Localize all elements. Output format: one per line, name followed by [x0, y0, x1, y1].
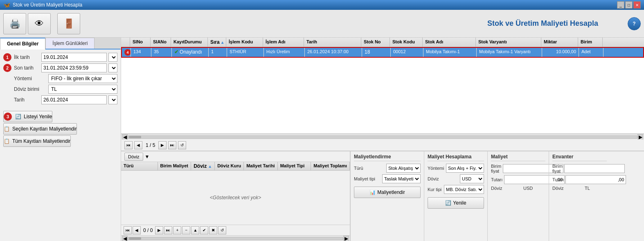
envanter-tutar-input[interactable]: [565, 175, 626, 184]
envanter-birim-row: Birim fiyat: [552, 164, 607, 173]
ilk-tarih-input[interactable]: [41, 53, 107, 62]
preview-button[interactable]: 👁: [28, 13, 51, 34]
check-icon-0: ✔: [174, 49, 178, 55]
main-scrollbar[interactable]: ◀ ▶: [121, 134, 644, 140]
hesap-yontemi-label: Yöntemi: [428, 166, 444, 171]
kur-tipi-select[interactable]: MB. Döviz Satı.: [444, 185, 484, 194]
yenile-button[interactable]: 🔄 Yenile: [428, 197, 484, 209]
secilen-kayitlar-button[interactable]: 📋 Seçilen Kayıtları Maliyetlendir: [3, 123, 77, 135]
scroll-left-btn[interactable]: ◀: [122, 134, 128, 140]
sub-next-page[interactable]: ▶: [155, 226, 163, 234]
envanter-birim-input[interactable]: [564, 164, 625, 173]
main-pagination: ⏮ ◀ 1 / 5 ▶ ⏭ ↺: [121, 140, 644, 151]
sub-add[interactable]: +: [173, 226, 181, 234]
last-page-button[interactable]: ⏭: [168, 141, 176, 149]
kayit-value-0: Onaylandı: [180, 49, 202, 55]
sub-scrollbar[interactable]: ◀ ▶: [121, 235, 350, 241]
ilk-tarih-row: 1 İlk tarih: [3, 53, 117, 62]
cell-expand-0[interactable]: 4 +: [122, 48, 131, 57]
scroll-track[interactable]: [128, 135, 637, 139]
minimize-button[interactable]: _: [617, 1, 624, 9]
sub-scroll-track[interactable]: [128, 237, 343, 240]
sub-scroll-left[interactable]: ◀: [122, 236, 128, 241]
grid-header: SINo SIANo KayıtDurumu Sıra ▲ İşlem Kodu…: [121, 38, 644, 47]
maliyet-tipi-select[interactable]: Taslak Maliyeti: [382, 174, 421, 183]
envanter-panel: Envanter Birim fiyat Tutarı Döviz TL: [549, 151, 610, 241]
help-button[interactable]: ?: [628, 17, 641, 30]
yontemi-select[interactable]: FIFO - İlk giren ilk çıkar: [48, 74, 117, 83]
maliyet-doviz-label: Döviz: [491, 186, 522, 191]
maliyetlendir-label: Maliyetlendir: [377, 189, 405, 195]
tab-genel-bilgiler[interactable]: Genel Bilgiler: [0, 38, 45, 50]
maliyet-hesaplama-panel: Maliyet Hesaplama Yöntemi Son Alış + Fiy…: [424, 151, 487, 241]
turu-select[interactable]: Stok Alışatış: [386, 164, 421, 173]
form-area: 1 İlk tarih 2 Son tarih Yöntemi FIFO - İ…: [0, 50, 121, 108]
print-button[interactable]: 🖨️: [3, 13, 26, 34]
doviz-selector: Döviz ▼: [121, 151, 350, 162]
col-siano-header: SIANo: [151, 38, 171, 47]
sub-check[interactable]: ✔: [200, 226, 208, 234]
cell-tarih-0: 26.01.2024 10:37:00: [305, 48, 362, 57]
page-info: 1 / 5: [144, 142, 157, 148]
first-page-button[interactable]: ⏮: [124, 141, 133, 149]
tarih-input[interactable]: [41, 95, 107, 104]
sub-scroll-thumb[interactable]: [129, 237, 141, 240]
sub-reload[interactable]: ↺: [218, 226, 226, 234]
son-tarih-dropdown[interactable]: [108, 63, 117, 72]
hesap-yontemi-row: Yöntemi Son Alış + Fiy.: [428, 164, 484, 173]
doviz-dropdown-arrow[interactable]: ▼: [145, 154, 150, 160]
kur-tipi-label: Kur tipi: [428, 187, 442, 192]
tum-icon: 📋: [4, 138, 10, 144]
ilk-tarih-dropdown[interactable]: [108, 53, 117, 62]
son-tarih-input[interactable]: [41, 63, 107, 72]
reload-page-button[interactable]: ↺: [178, 141, 186, 149]
tab-islem-gunlukleri[interactable]: İşlem Günlükleri: [45, 38, 95, 49]
badge-4: 4: [124, 49, 131, 56]
next-page-button[interactable]: ▶: [158, 141, 167, 149]
sub-remove[interactable]: −: [182, 226, 190, 234]
exit-icon: 🚪: [63, 18, 74, 29]
son-tarih-row: 2 Son tarih: [3, 63, 117, 72]
envanter-doviz-label: Döviz: [552, 186, 583, 191]
doviz-birimi-select[interactable]: TL: [48, 85, 117, 94]
envanter-doviz-value: TL: [585, 186, 590, 191]
cell-birim-0: Adet: [579, 48, 603, 57]
maliyetlendir-button[interactable]: 📊 Maliyetlendir: [354, 187, 421, 198]
scroll-thumb[interactable]: [129, 136, 141, 138]
tarih-dropdown[interactable]: [108, 95, 117, 104]
exit-button[interactable]: 🚪: [57, 13, 80, 34]
yontemi-label: Yöntemi: [14, 76, 47, 81]
sub-up[interactable]: ▲: [191, 226, 199, 234]
maliyet-tutar-label: Tutarı: [491, 177, 502, 182]
close-button[interactable]: ✕: [633, 1, 641, 9]
title-bar-buttons[interactable]: _ □ ✕: [617, 1, 641, 9]
badge-2: 2: [3, 64, 11, 72]
sub-scroll-right[interactable]: ▶: [343, 236, 349, 241]
grid-row-0[interactable]: 4 + 134 35 ✔ Onaylandı 1 STHIÜR Hızlı Ür…: [121, 47, 644, 58]
sub-delete[interactable]: ✖: [209, 226, 217, 234]
sub-col-tar: Maliyet Tarihi: [244, 162, 277, 170]
ilk-tarih-label: İlk tarih: [14, 54, 40, 60]
col-kayit-header: KayıtDurumu: [171, 38, 208, 47]
envanter-birim-label: Birim fiyat: [552, 164, 563, 173]
sub-last-page[interactable]: ⏭: [164, 226, 172, 234]
tum-kayitlar-button[interactable]: 📋 Tüm Kayıtları Maliyetlendir: [3, 135, 71, 147]
col-islem-adi-header: İşlem Adı: [263, 38, 304, 47]
hesap-doviz-select[interactable]: USD: [460, 174, 484, 183]
maliyetlendirme-panel: Maliyetlendirme Türü Stok Alışatış Maliy…: [350, 151, 424, 241]
prev-page-button[interactable]: ◀: [134, 141, 142, 149]
sub-prev-page[interactable]: ◀: [133, 226, 141, 234]
cell-sino-0: 134: [131, 48, 151, 57]
hesap-yontemi-select[interactable]: Son Alış + Fiy.: [446, 164, 484, 173]
main-grid[interactable]: SINo SIANo KayıtDurumu Sıra ▲ İşlem Kodu…: [121, 38, 644, 134]
hesap-doviz-row: Döviz USD: [428, 174, 484, 183]
scroll-right-btn[interactable]: ▶: [637, 134, 643, 140]
listey-yenile-button[interactable]: 3 🔄 Listeyi Yenile: [3, 111, 52, 122]
sub-first-page[interactable]: ⏮: [124, 226, 132, 234]
doviz-button[interactable]: Döviz: [124, 153, 143, 161]
title-bar-text: Stok ve Üretim Maliyeti Hesapla: [13, 2, 82, 8]
maximize-button[interactable]: □: [625, 1, 633, 9]
sub-col-birim: Birim Maliyet: [158, 162, 191, 170]
turu-row: Türü Stok Alışatış: [354, 164, 421, 173]
envanter-tutar-label: Tutarı: [552, 177, 564, 182]
